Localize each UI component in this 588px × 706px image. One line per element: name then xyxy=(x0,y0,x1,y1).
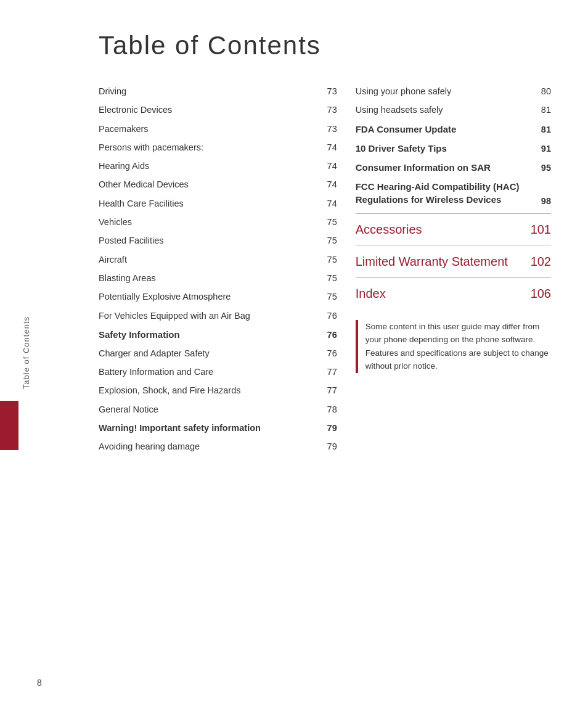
entry-number: 75 xyxy=(319,292,337,302)
entry-number: 101 xyxy=(531,223,551,237)
entry-label: Charger and Adapter Safety xyxy=(99,347,319,359)
entry-number: 81 xyxy=(533,105,551,115)
list-item: Avoiding hearing damage 79 xyxy=(99,440,337,453)
section-divider xyxy=(356,213,551,214)
entry-number: 98 xyxy=(533,196,551,206)
entry-number: 76 xyxy=(319,348,337,358)
entry-label: Consumer Information on SAR xyxy=(356,161,533,174)
entry-number: 79 xyxy=(319,423,337,433)
entry-number: 73 xyxy=(319,124,337,134)
list-item: For Vehicles Equipped with an Air Bag 76 xyxy=(99,310,337,322)
entry-number: 75 xyxy=(319,273,337,283)
entry-label: Limited Warranty Statement xyxy=(356,253,531,270)
page-number: 8 xyxy=(37,678,42,688)
list-item: Battery Information and Care 77 xyxy=(99,366,337,378)
list-item: Charger and Adapter Safety 76 xyxy=(99,347,337,359)
section-divider xyxy=(356,277,551,278)
entry-label: Aircraft xyxy=(99,253,319,266)
entry-label: FCC Hearing-Aid Compatibility (HAC) Regu… xyxy=(356,180,533,206)
entry-number: 79 xyxy=(319,441,337,451)
list-item: Index 106 xyxy=(356,285,551,302)
list-item: Using your phone safely 80 xyxy=(356,85,551,97)
entry-number: 73 xyxy=(319,105,337,115)
entry-label: Using headsets safely xyxy=(356,104,533,116)
entry-number: 75 xyxy=(319,217,337,227)
list-item: Hearing Aids 74 xyxy=(99,160,337,172)
entry-number: 76 xyxy=(319,330,337,340)
entry-label: Electronic Devices xyxy=(99,104,319,116)
entry-number: 74 xyxy=(319,142,337,152)
list-item: Safety Information 76 xyxy=(99,328,337,341)
list-item: Electronic Devices 73 xyxy=(99,104,337,116)
list-item: Limited Warranty Statement 102 xyxy=(356,253,551,270)
entry-label: General Notice xyxy=(99,403,319,416)
content-area: Driving 73 Electronic Devices 73 Pacemak… xyxy=(99,85,551,459)
list-item: Potentially Explosive Atmosphere 75 xyxy=(99,290,337,303)
list-item: Vehicles 75 xyxy=(99,216,337,228)
entry-label: Battery Information and Care xyxy=(99,366,319,378)
list-item: Explosion, Shock, and Fire Hazards 77 xyxy=(99,384,337,396)
warranty-section: Limited Warranty Statement 102 xyxy=(356,253,551,270)
entry-number: 74 xyxy=(319,179,337,189)
entry-label: Using your phone safely xyxy=(356,85,533,97)
list-item: 10 Driver Safety Tips 91 xyxy=(356,142,551,155)
entry-label: Hearing Aids xyxy=(99,160,319,172)
entry-label: Blasting Areas xyxy=(99,272,319,284)
sidebar-text: Table of Contents xyxy=(22,316,31,389)
entry-number: 95 xyxy=(533,163,551,173)
entry-number: 77 xyxy=(319,385,337,395)
list-item: General Notice 78 xyxy=(99,403,337,416)
right-column: Using your phone safely 80 Using headset… xyxy=(356,85,551,459)
entry-number: 80 xyxy=(533,86,551,96)
list-item: Blasting Areas 75 xyxy=(99,272,337,284)
list-item: Other Medical Devices 74 xyxy=(99,178,337,191)
entry-label: Vehicles xyxy=(99,216,319,228)
entry-label: Index xyxy=(356,285,531,302)
entry-number: 73 xyxy=(319,86,337,96)
list-item: Health Care Facilities 74 xyxy=(99,197,337,210)
note-box: Some content in this user guide may diff… xyxy=(356,320,551,373)
entry-label: Safety Information xyxy=(99,328,319,341)
list-item: Consumer Information on SAR 95 xyxy=(356,161,551,174)
entry-number: 74 xyxy=(319,161,337,171)
entry-label: Explosion, Shock, and Fire Hazards xyxy=(99,384,319,396)
entry-label: Warning! Important safety information xyxy=(99,422,319,434)
entry-label: Potentially Explosive Atmosphere xyxy=(99,290,319,303)
entry-label: FDA Consumer Update xyxy=(356,123,533,136)
list-item: Warning! Important safety information 79 xyxy=(99,422,337,434)
entry-number: 81 xyxy=(533,125,551,134)
entry-label: Avoiding hearing damage xyxy=(99,440,319,453)
entry-label: Posted Facilities xyxy=(99,234,319,247)
list-item: Posted Facilities 75 xyxy=(99,234,337,247)
note-text: Some content in this user guide may diff… xyxy=(365,322,549,371)
index-section: Index 106 xyxy=(356,285,551,302)
list-item: Pacemakers 73 xyxy=(99,123,337,135)
section-divider xyxy=(356,245,551,245)
list-item: Persons with pacemakers: 74 xyxy=(99,141,337,154)
entry-label: Driving xyxy=(99,85,319,97)
page-container: Table of Contents Table of Contents Driv… xyxy=(0,0,588,706)
list-item: FCC Hearing-Aid Compatibility (HAC) Regu… xyxy=(356,180,551,206)
entry-label: 10 Driver Safety Tips xyxy=(356,142,533,155)
sidebar-label: Table of Contents xyxy=(0,0,31,706)
entry-label: Persons with pacemakers: xyxy=(99,141,319,154)
page-title: Table of Contents xyxy=(99,31,551,60)
list-item: Aircraft 75 xyxy=(99,253,337,266)
entry-label: Health Care Facilities xyxy=(99,197,319,210)
list-item: Driving 73 xyxy=(99,85,337,97)
entry-label: For Vehicles Equipped with an Air Bag xyxy=(99,310,319,322)
entry-number: 75 xyxy=(319,255,337,265)
entry-number: 106 xyxy=(531,287,551,301)
entry-number: 75 xyxy=(319,236,337,245)
left-column: Driving 73 Electronic Devices 73 Pacemak… xyxy=(99,85,337,459)
entry-number: 102 xyxy=(531,255,551,269)
entry-number: 76 xyxy=(319,311,337,321)
entry-label: Accessories xyxy=(356,221,531,237)
entry-number: 78 xyxy=(319,404,337,414)
accessories-section: Accessories 101 xyxy=(356,221,551,237)
entry-number: 74 xyxy=(319,199,337,208)
entry-label: Other Medical Devices xyxy=(99,178,319,191)
list-item: Accessories 101 xyxy=(356,221,551,237)
entry-label: Pacemakers xyxy=(99,123,319,135)
list-item: FDA Consumer Update 81 xyxy=(356,123,551,136)
